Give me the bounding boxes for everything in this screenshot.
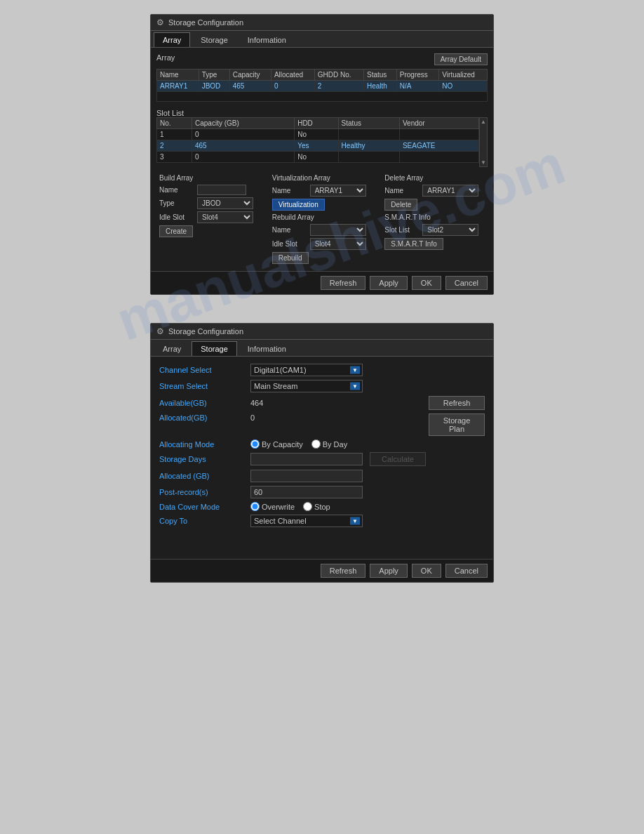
slot-row1-hdd: No	[295, 129, 338, 140]
virt-array-box: Virtualization Array Name ARRAY1 Virtual…	[269, 171, 375, 267]
virt-name-label: Name	[272, 187, 307, 194]
slot-row1-vendor	[399, 129, 478, 140]
slot-row3-hdd: No	[295, 152, 338, 163]
table-row[interactable]	[157, 92, 488, 102]
build-name-input[interactable]	[197, 185, 246, 195]
storage-plan-button[interactable]: Storage Plan	[429, 413, 485, 436]
copy-to-select[interactable]: Select Channel	[250, 515, 363, 527]
dialog2-apply-button[interactable]: Apply	[370, 564, 408, 578]
build-array-box: Build Array Name Type JBOD Idle Slot Slo…	[156, 171, 262, 267]
right-btn-group-2: Storage Plan	[429, 413, 485, 436]
storage-days-row: Storage Days Calculate	[159, 452, 485, 466]
dialog2-ok-button[interactable]: OK	[412, 564, 441, 578]
by-capacity-label: By Capacity	[262, 440, 303, 449]
right-btn-group-1: Refresh	[429, 396, 485, 410]
post-record-label: Post-record(s)	[159, 488, 250, 496]
storage-days-label: Storage Days	[159, 455, 250, 463]
build-type-select[interactable]: JBOD	[197, 197, 253, 209]
tab-array[interactable]: Array	[154, 32, 190, 47]
delete-array-title: Delete Array	[384, 174, 485, 182]
calculate-button[interactable]: Calculate	[370, 452, 426, 466]
copy-to-row: Copy To Select Channel	[159, 515, 485, 527]
slot-row2-status: Healthy	[338, 140, 399, 152]
allocated-gb-input[interactable]	[250, 470, 363, 482]
post-record-input[interactable]	[250, 486, 363, 498]
rebuild-button[interactable]: Rebuild	[272, 252, 309, 264]
overwrite-label: Overwrite	[262, 503, 295, 511]
slot-row2-cap: 465	[192, 140, 295, 152]
delete-array-box: Delete Array Name ARRAY1 Delete S.M.A.R.…	[382, 171, 488, 267]
slot-row3-status	[338, 152, 399, 163]
tab2-array[interactable]: Array	[154, 341, 190, 356]
storage-config-dialog-1: ⚙ Storage Configuration Array Storage In…	[150, 14, 494, 295]
slot-row2-vendor: SEAGATE	[399, 140, 478, 152]
dialog2-tab-bar: Array Storage Information	[151, 340, 493, 357]
storage-days-input[interactable]	[250, 453, 363, 465]
table-row[interactable]: ARRAY1 JBOD 465 0 2 Health N/A NO	[157, 81, 488, 92]
dialog1-apply-button[interactable]: Apply	[370, 276, 408, 290]
slot-col-vendor: Vendor	[399, 118, 478, 129]
rebuild-name-select[interactable]	[310, 224, 366, 236]
allocating-mode-row: Allocating Mode By Capacity By Day	[159, 439, 485, 449]
allocated-gb-row: Allocated (GB)	[159, 470, 485, 482]
by-capacity-option[interactable]: By Capacity	[250, 439, 303, 449]
table-row[interactable]: 2 465 Yes Healthy SEAGATE	[157, 140, 479, 152]
array-col-ghdd: GHDD No.	[314, 70, 363, 81]
array-col-allocated: Allocated	[271, 70, 314, 81]
table-row[interactable]: 1 0 No	[157, 129, 479, 140]
virtualization-button[interactable]: Virtualization	[272, 199, 325, 211]
array-row-type: JBOD	[199, 81, 229, 92]
tab-information[interactable]: Information	[239, 32, 295, 47]
array-row-name: ARRAY1	[157, 81, 199, 92]
delete-name-select[interactable]: ARRAY1	[422, 185, 478, 197]
virt-name-select[interactable]: ARRAY1	[310, 185, 366, 197]
stop-label: Stop	[314, 503, 330, 511]
dialog1-titlebar: ⚙ Storage Configuration	[151, 15, 493, 31]
by-day-radio[interactable]	[311, 439, 321, 449]
channel-select-label: Channel Select	[159, 366, 250, 374]
build-idle-select[interactable]: Slot4	[197, 211, 253, 223]
channel-select[interactable]: Digital1(CAM1)	[250, 364, 363, 376]
array-row-ghdd: 2	[314, 81, 363, 92]
dialog1-refresh-button[interactable]: Refresh	[321, 276, 366, 290]
dialog1-tab-bar: Array Storage Information	[151, 31, 493, 48]
tab2-storage[interactable]: Storage	[192, 341, 237, 356]
by-capacity-radio[interactable]	[250, 439, 260, 449]
storage-refresh-button[interactable]: Refresh	[429, 396, 485, 410]
slot-row1-no: 1	[157, 129, 192, 140]
slot-table: No. Capacity (GB) HDD Status Vendor 1 0	[156, 117, 479, 163]
table-row[interactable]: 3 0 No	[157, 152, 479, 163]
delete-button[interactable]: Delete	[384, 199, 417, 211]
available-label: Available(GB)	[159, 399, 250, 407]
overwrite-option[interactable]: Overwrite	[250, 502, 295, 511]
storage-config-dialog-2: ⚙ Storage Configuration Array Storage In…	[150, 323, 494, 583]
smart-info-button[interactable]: S.M.A.R.T Info	[384, 238, 443, 250]
slot-table-wrapper: No. Capacity (GB) HDD Status Vendor 1 0	[156, 117, 488, 167]
array-col-name: Name	[157, 70, 199, 81]
stop-radio[interactable]	[303, 502, 312, 511]
rebuild-name-label: Name	[272, 226, 307, 234]
array-row-capacity: 465	[229, 81, 271, 92]
right-btn-group-3: Calculate	[370, 452, 426, 466]
dialog1-ok-button[interactable]: OK	[412, 276, 441, 290]
dialog2-footer: Refresh Apply OK Cancel	[151, 559, 493, 582]
actions-row: Build Array Name Type JBOD Idle Slot Slo…	[156, 171, 488, 267]
create-button[interactable]: Create	[159, 225, 193, 237]
array-table: Name Type Capacity Allocated GHDD No. St…	[156, 69, 488, 102]
data-cover-radio-group: Overwrite Stop	[250, 502, 330, 511]
tab-storage[interactable]: Storage	[192, 32, 237, 47]
by-day-option[interactable]: By Day	[311, 439, 347, 449]
overwrite-radio[interactable]	[250, 502, 260, 511]
stop-option[interactable]: Stop	[303, 502, 330, 511]
slot-col-capacity: Capacity (GB)	[192, 118, 295, 129]
dialog1-cancel-button[interactable]: Cancel	[445, 276, 488, 290]
dialog2-cancel-button[interactable]: Cancel	[445, 564, 488, 578]
stream-select[interactable]: Main Stream	[250, 380, 363, 392]
slot-row2-no: 2	[157, 140, 192, 152]
array-default-button[interactable]: Array Default	[434, 53, 488, 65]
dialog2-refresh-button[interactable]: Refresh	[321, 564, 366, 578]
rebuild-idle-select[interactable]: Slot4	[310, 238, 366, 250]
tab2-information[interactable]: Information	[239, 341, 295, 356]
build-name-label: Name	[159, 186, 194, 194]
smart-slot-select[interactable]: Slot2	[422, 224, 478, 236]
